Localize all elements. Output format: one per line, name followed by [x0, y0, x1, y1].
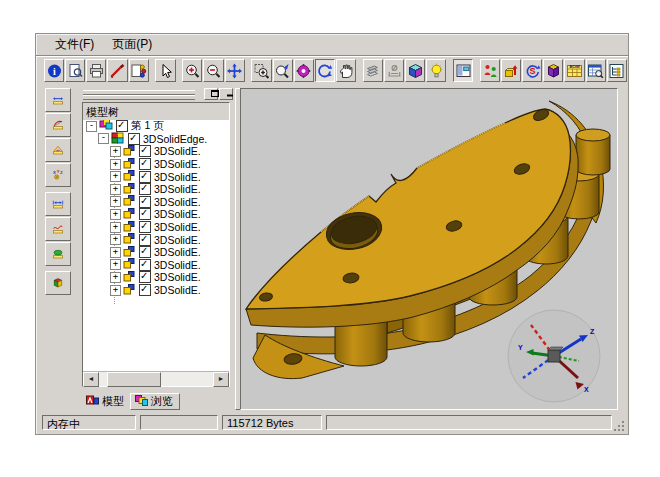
tree-item-row[interactable]: 3DSolidE. — [83, 246, 229, 259]
panel-gripper[interactable] — [83, 95, 195, 100]
tab-browse[interactable]: 浏览 — [130, 393, 180, 410]
visibility-checkbox[interactable] — [139, 284, 151, 296]
measure-angle-button[interactable] — [45, 138, 71, 162]
expand-icon[interactable] — [110, 285, 121, 296]
expand-icon[interactable] — [110, 196, 121, 207]
part-icon — [123, 284, 136, 297]
tree-item-row[interactable]: 3DSolidE. — [83, 221, 229, 234]
expand-icon[interactable] — [110, 259, 121, 270]
part-icon — [123, 208, 136, 221]
tree-item-row[interactable]: 3DSolidE. — [83, 145, 229, 158]
info-button[interactable]: i — [44, 59, 64, 82]
scroll-right-arrow[interactable]: ► — [213, 372, 229, 387]
rotate-center-button[interactable] — [294, 59, 314, 82]
zoom-window-button[interactable] — [251, 59, 271, 82]
expand-icon[interactable] — [110, 184, 121, 195]
zoom-dynamic-button[interactable] — [273, 59, 293, 82]
rotate-orbit-button[interactable] — [315, 59, 335, 82]
visibility-checkbox[interactable] — [139, 221, 151, 233]
zoom-in-button[interactable] — [182, 59, 202, 82]
visibility-checkbox[interactable] — [139, 208, 151, 220]
expand-icon[interactable] — [110, 146, 121, 157]
visibility-checkbox[interactable] — [139, 171, 151, 183]
tree-item-row[interactable]: 3DSolidE. — [83, 233, 229, 246]
visibility-checkbox[interactable] — [116, 120, 128, 132]
panel-close-button[interactable] — [219, 88, 233, 100]
red-pen-markup-button[interactable] — [107, 59, 127, 82]
svg-text:S: S — [529, 66, 535, 76]
select-cursor-button[interactable] — [155, 59, 175, 82]
menu-file[interactable]: 文件(F) — [46, 34, 103, 55]
visibility-checkbox[interactable] — [139, 196, 151, 208]
expand-icon[interactable] — [110, 247, 121, 258]
tree-assembly-row[interactable]: 3DSolidEdge. — [83, 133, 229, 146]
lighting-button[interactable] — [426, 59, 446, 82]
update-sync-button[interactable]: S — [522, 59, 542, 82]
measure-volume-button[interactable] — [45, 271, 71, 295]
measure-distance-button[interactable] — [45, 88, 71, 112]
collapse-icon[interactable] — [86, 121, 97, 132]
status-bar: 内存中 115712 Bytes — [36, 414, 628, 432]
explode-view-button[interactable] — [543, 59, 563, 82]
expand-icon[interactable] — [110, 222, 121, 233]
bom-table-button[interactable]: BOM — [564, 59, 584, 82]
properties-table-button[interactable] — [586, 59, 606, 82]
print-button[interactable] — [86, 59, 106, 82]
tree-item-row[interactable]: 3DSolidE. — [83, 271, 229, 284]
assembly-button[interactable] — [480, 59, 500, 82]
tree-item-row[interactable]: 3DSolidE. — [83, 183, 229, 196]
tree-item-row[interactable]: 3DSolidE. — [83, 158, 229, 171]
zoom-out-button[interactable] — [203, 59, 223, 82]
tab-model[interactable]: 模型 — [82, 393, 130, 410]
collapse-icon[interactable] — [98, 133, 109, 144]
pan-hand-button[interactable] — [336, 59, 356, 82]
resize-grip[interactable] — [612, 418, 625, 431]
scroll-thumb[interactable] — [107, 372, 161, 387]
measure-area-button[interactable] — [45, 242, 71, 266]
expand-icon[interactable] — [110, 209, 121, 220]
visibility-checkbox[interactable] — [128, 133, 140, 145]
tree-item-row[interactable]: 3DSolidE. — [83, 208, 229, 221]
render-mode-cube-button[interactable] — [405, 59, 425, 82]
move-component-button[interactable] — [501, 59, 521, 82]
print-preview-button[interactable] — [65, 59, 85, 82]
measure-coordinate-button[interactable]: XYZ — [45, 163, 71, 187]
tree-item-row[interactable]: 3DSolidE. — [83, 259, 229, 272]
tree-horizontal-scrollbar[interactable]: ◄ ► — [83, 371, 229, 386]
visibility-checkbox[interactable] — [139, 246, 151, 258]
expand-icon[interactable] — [110, 159, 121, 170]
viewport-3d[interactable]: Z X Y — [240, 88, 618, 410]
visibility-checkbox[interactable] — [139, 259, 151, 271]
axis-y-label: Y — [518, 344, 523, 351]
panel-header — [80, 88, 234, 101]
measure-curve-length-button[interactable] — [45, 217, 71, 241]
scroll-track[interactable] — [99, 372, 213, 386]
visibility-checkbox[interactable] — [139, 145, 151, 157]
tree-item-row[interactable]: 3DSolidE. — [83, 196, 229, 209]
measure-radius-button[interactable] — [45, 113, 71, 137]
export-image-button[interactable] — [129, 59, 149, 82]
zoom-fit-button[interactable] — [225, 59, 245, 82]
layers-button[interactable] — [363, 59, 383, 82]
scroll-left-arrow[interactable]: ◄ — [83, 372, 99, 387]
browse-tab-icon — [135, 395, 148, 408]
tree-root-row[interactable]: 第 1 页 — [83, 120, 229, 133]
orientation-triad[interactable]: Z X Y — [508, 310, 600, 402]
expand-icon[interactable] — [110, 272, 121, 283]
visibility-checkbox[interactable] — [139, 183, 151, 195]
model-tree[interactable]: 第 1 页 3DSolidEdge. 3DSolidE. 3DSolidE. 3… — [83, 120, 229, 372]
menu-page[interactable]: 页面(P) — [103, 34, 161, 55]
dimensions-button[interactable] — [384, 59, 404, 82]
visibility-checkbox[interactable] — [139, 158, 151, 170]
visibility-checkbox[interactable] — [139, 271, 151, 283]
tree-item-row[interactable]: 3DSolidE. — [83, 284, 229, 297]
toggle-tree-panel-button[interactable] — [453, 59, 473, 82]
structure-tree-button[interactable] — [607, 59, 627, 82]
measure-gap-button[interactable] — [45, 192, 71, 216]
expand-icon[interactable] — [110, 171, 121, 182]
tree-item-row[interactable]: 3DSolidE. — [83, 170, 229, 183]
visibility-checkbox[interactable] — [139, 234, 151, 246]
panel-float-button[interactable] — [204, 88, 218, 100]
model-3d-rendering: Z X Y — [241, 89, 617, 409]
expand-icon[interactable] — [110, 234, 121, 245]
